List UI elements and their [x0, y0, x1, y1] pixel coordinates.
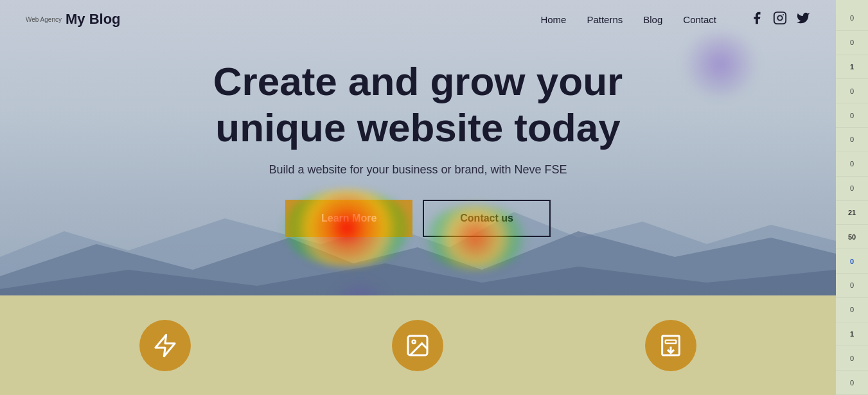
hero-subtitle: Build a website for your business or bra… — [213, 163, 623, 177]
svg-rect-0 — [774, 12, 786, 23]
sidebar-num-11: 0 — [836, 274, 868, 298]
sidebar-num-3: 0 — [836, 79, 868, 103]
icon-circle-bolt — [139, 320, 191, 371]
nav-blog[interactable]: Blog — [643, 14, 662, 25]
icon-circle-image — [392, 320, 443, 371]
contact-us-button[interactable]: Contact us — [423, 200, 551, 237]
nav-contact[interactable]: Contact — [683, 14, 716, 25]
bolt-icon — [152, 333, 178, 358]
sidebar-num-8: 21 — [836, 201, 868, 225]
hero-title: Create and grow your unique website toda… — [213, 58, 623, 150]
brand-agency-label: Web Agency — [26, 16, 62, 23]
sidebar-num-0: 0 — [836, 6, 868, 31]
svg-rect-9 — [666, 340, 677, 343]
page-wrapper: Web Agency My Blog Home Patterns Blog Co… — [0, 0, 868, 395]
instagram-icon[interactable] — [773, 11, 787, 28]
sidebar-num-12: 0 — [836, 298, 868, 322]
sidebar-num-13: 1 — [836, 322, 868, 347]
sidebar-num-4: 0 — [836, 103, 868, 128]
sidebar-num-9: 50 — [836, 225, 868, 249]
nav-links: Home Patterns Blog Contact — [540, 11, 810, 28]
sidebar-num-7: 0 — [836, 177, 868, 201]
nav-home[interactable]: Home — [540, 14, 566, 25]
sidebar-num-5: 0 — [836, 128, 868, 152]
download-icon — [658, 333, 684, 358]
bottom-section — [0, 295, 836, 395]
hero-section: Create and grow your unique website toda… — [0, 0, 836, 295]
facebook-icon[interactable] — [750, 11, 764, 28]
twitter-icon[interactable] — [796, 11, 810, 28]
nav-patterns[interactable]: Patterns — [587, 14, 623, 25]
sidebar-num-10: 0 — [836, 249, 868, 274]
sidebar-numbers: 0 0 1 0 0 0 0 0 21 50 0 0 0 1 0 0 — [836, 0, 868, 395]
navbar: Web Agency My Blog Home Patterns Blog Co… — [0, 0, 836, 39]
svg-point-7 — [412, 340, 416, 343]
social-icons — [750, 11, 810, 28]
sidebar-num-1: 0 — [836, 31, 868, 55]
svg-point-2 — [783, 14, 784, 15]
hero-buttons: Learn More Contact us — [213, 200, 623, 237]
hero-content: Create and grow your unique website toda… — [200, 58, 635, 237]
icon-circle-download — [645, 320, 696, 371]
brand-title: My Blog — [66, 11, 121, 28]
image-icon — [405, 333, 430, 358]
svg-point-1 — [777, 15, 782, 20]
sidebar-num-2: 1 — [836, 55, 868, 80]
sidebar-num-14: 0 — [836, 346, 868, 371]
sidebar-num-6: 0 — [836, 152, 868, 177]
purple-blob-top-right — [682, 32, 759, 96]
sidebar-num-15: 0 — [836, 371, 868, 395]
learn-more-button[interactable]: Learn More — [285, 200, 412, 237]
